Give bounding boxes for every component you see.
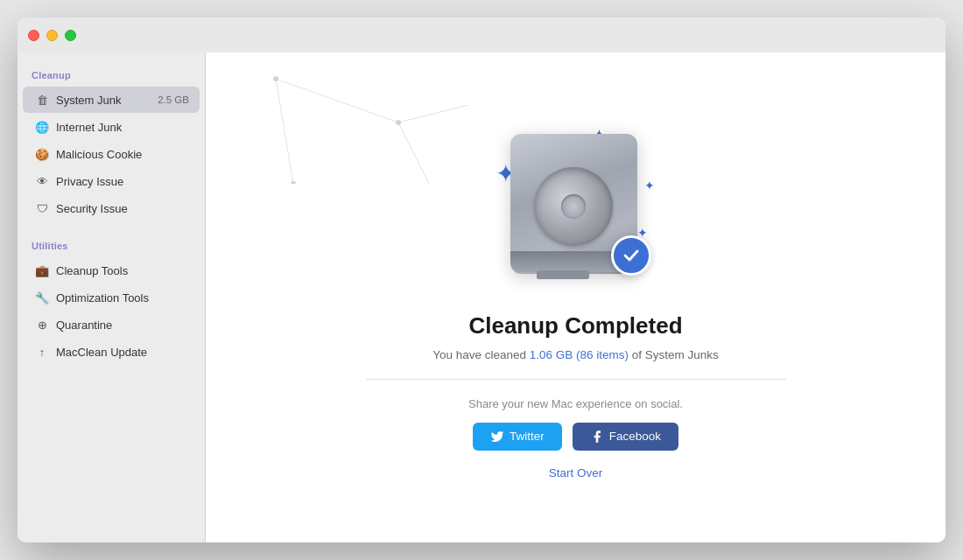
sidebar-label-cleanup-tools: Cleanup Tools <box>56 264 189 277</box>
sidebar-label-security-issue: Security Issue <box>56 202 189 215</box>
twitter-label: Twitter <box>510 430 545 443</box>
sidebar-item-quarantine[interactable]: ⊕ Quarantine <box>23 312 200 338</box>
titlebar <box>18 18 945 52</box>
svg-line-6 <box>398 122 451 184</box>
checkmark-badge <box>611 235 651 276</box>
start-over-button[interactable]: Start Over <box>549 466 603 480</box>
sidebar-item-optimization-tools[interactable]: 🔧 Optimization Tools <box>23 284 200 311</box>
main-content: ✦ ✦ ✦ ✦ Cleanup Completed <box>206 52 945 542</box>
hdd-platter-inner <box>561 194 586 219</box>
subtitle-prefix: You have cleaned <box>432 348 530 361</box>
sidebar-item-system-junk[interactable]: 🗑 System Junk 2.5 GB <box>23 87 200 113</box>
svg-line-0 <box>276 79 398 122</box>
sparkle-icon-3: ✦ <box>644 179 655 192</box>
cleanup-subtitle: You have cleaned 1.06 GB (86 items) of S… <box>432 348 719 361</box>
sidebar-item-malicious-cookie[interactable]: 🍪 Malicious Cookie <box>23 141 200 167</box>
subtitle-suffix: of System Junks <box>629 348 719 361</box>
sidebar-item-cleanup-tools[interactable]: 💼 Cleanup Tools <box>23 257 200 284</box>
svg-point-19 <box>396 120 401 125</box>
minimize-button[interactable] <box>46 30 58 41</box>
twitter-icon <box>490 430 504 444</box>
divider <box>366 379 786 380</box>
sidebar-label-internet-junk: Internet Junk <box>56 121 189 134</box>
eye-icon: 👁 <box>35 174 49 188</box>
sidebar-label-macclean-update: MacClean Update <box>56 346 189 359</box>
hdd-connector <box>537 270 589 279</box>
hdd-illustration: ✦ ✦ ✦ ✦ <box>489 116 664 291</box>
social-label: Share your new Mac experience on social. <box>468 397 683 410</box>
sidebar-label-malicious-cookie: Malicious Cookie <box>56 148 189 161</box>
social-buttons: Twitter Facebook <box>473 423 678 451</box>
network-background <box>206 52 468 184</box>
sidebar-label-optimization-tools: Optimization Tools <box>56 291 189 304</box>
cleanup-title: Cleanup Completed <box>468 312 682 340</box>
quarantine-icon: ⊕ <box>35 318 49 332</box>
svg-point-18 <box>273 76 278 81</box>
twitter-button[interactable]: Twitter <box>473 423 562 451</box>
svg-line-5 <box>276 79 293 184</box>
shield-icon: 🛡 <box>35 201 49 215</box>
svg-point-24 <box>291 181 296 184</box>
facebook-icon <box>590 430 604 444</box>
sidebar: Cleanup 🗑 System Junk 2.5 GB 🌐 Internet … <box>18 52 206 542</box>
sidebar-label-privacy-issue: Privacy Issue <box>56 175 189 188</box>
sidebar-item-security-issue[interactable]: 🛡 Security Issue <box>23 195 200 221</box>
facebook-label: Facebook <box>609 430 661 443</box>
sidebar-item-privacy-issue[interactable]: 👁 Privacy Issue <box>23 168 200 194</box>
cleanup-section-label: Cleanup <box>18 63 205 86</box>
cookie-icon: 🍪 <box>35 147 49 161</box>
sidebar-item-internet-junk[interactable]: 🌐 Internet Junk <box>23 114 200 140</box>
maximize-button[interactable] <box>65 30 76 41</box>
close-button[interactable] <box>28 30 39 41</box>
sidebar-badge-system-junk: 2.5 GB <box>158 94 189 105</box>
sidebar-label-quarantine: Quarantine <box>56 318 189 332</box>
subtitle-highlight: 1.06 GB (86 items) <box>530 348 629 361</box>
utilities-section-label: Utilities <box>18 234 205 256</box>
trash-icon: 🗑 <box>35 93 49 107</box>
facebook-button[interactable]: Facebook <box>573 423 678 451</box>
sidebar-label-system-junk: System Junk <box>56 94 151 107</box>
briefcase-icon: 💼 <box>35 263 49 277</box>
wrench-icon: 🔧 <box>35 290 49 304</box>
sidebar-item-macclean-update[interactable]: ↑ MacClean Update <box>23 339 200 365</box>
svg-line-1 <box>398 88 468 122</box>
globe-icon: 🌐 <box>35 120 49 134</box>
update-icon: ↑ <box>35 345 49 359</box>
hdd-platter <box>534 167 613 246</box>
